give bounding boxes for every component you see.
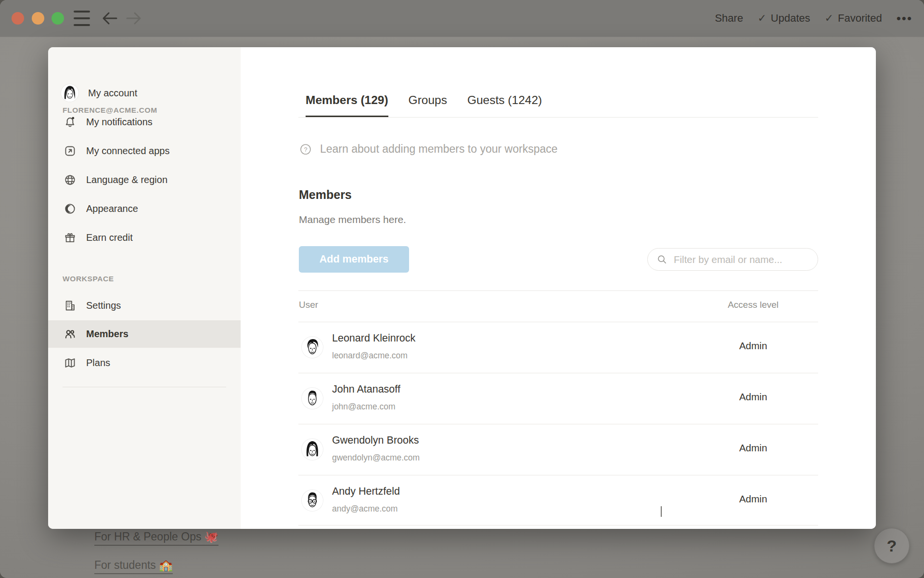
check-icon: ✓ (825, 12, 834, 25)
sidebar-divider (63, 387, 226, 387)
sidebar-item-label: Plans (86, 357, 110, 368)
access-level-select[interactable]: Admin (717, 442, 789, 454)
tab-members[interactable]: Members (129) (306, 93, 388, 118)
member-name: Gwendolyn Brooks (332, 434, 419, 447)
sidebar-item-label: Language & region (86, 174, 167, 185)
member-email: leonard@acme.com (332, 351, 408, 361)
more-options-icon[interactable]: ••• (897, 11, 912, 26)
share-button[interactable]: Share (715, 12, 743, 25)
access-level-select[interactable]: Admin (717, 391, 789, 403)
people-icon (64, 328, 77, 341)
sidebar-item-label: Settings (86, 300, 121, 311)
section-title: Members (299, 188, 352, 202)
member-name: Leonard Kleinrock (332, 332, 415, 344)
bg-link-hr-people-ops[interactable]: For HR & People Ops 🐙 (94, 530, 218, 546)
sidebar-item-members[interactable]: Members (48, 320, 241, 348)
bg-link-for-students[interactable]: For students 🏫 (94, 559, 173, 574)
building-icon (64, 299, 77, 312)
sidebar-item-label: My account (88, 88, 137, 99)
sidebar-item-language-region[interactable]: Language & region (48, 168, 241, 191)
sidebar-item-my-account[interactable]: My account (48, 81, 241, 105)
text-cursor-artifact (661, 506, 662, 517)
back-arrow-icon[interactable] (101, 0, 118, 37)
globe-icon (64, 173, 77, 186)
sidebar-item-earn-credit[interactable]: Earn credit (48, 226, 241, 249)
sidebar-item-label: Earn credit (86, 232, 133, 243)
sidebar-item-my-connected-apps[interactable]: My connected apps (48, 139, 241, 162)
filter-field[interactable] (647, 248, 818, 271)
filter-input[interactable] (673, 253, 813, 266)
gift-icon (64, 231, 77, 244)
member-name: John Atanasoff (332, 383, 400, 395)
member-row[interactable]: John Atanasoff john@acme.com Admin (298, 373, 818, 424)
bell-icon (64, 116, 77, 129)
avatar-leonard (302, 337, 323, 358)
column-header-user: User (299, 300, 318, 310)
section-subtitle: Manage members here. (299, 214, 406, 225)
row-divider (298, 525, 818, 525)
sidebar-item-appearance[interactable]: Appearance (48, 197, 241, 220)
search-icon (656, 254, 667, 265)
window-toolbar: Share ✓ Updates ✓ Favorited ••• (0, 0, 924, 37)
add-members-button[interactable]: Add members (299, 246, 409, 273)
settings-sidebar: FLORENCE@ACME.COM My account (48, 47, 241, 529)
access-level-select[interactable]: Admin (717, 340, 789, 352)
favorited-button[interactable]: ✓ Favorited (825, 12, 882, 25)
sidebar-item-label: Appearance (86, 203, 138, 214)
svg-text:?: ? (304, 146, 307, 153)
moon-icon (64, 202, 77, 215)
column-header-access: Access level (717, 300, 789, 310)
sidebar-item-label: My connected apps (86, 145, 169, 157)
forward-arrow-icon[interactable] (125, 0, 142, 37)
member-row[interactable]: Gwendolyn Brooks gwendolyn@acme.com Admi… (298, 424, 818, 475)
workspace-section-header: WORKSPACE (63, 275, 114, 283)
member-email: andy@acme.com (332, 504, 398, 514)
sidebar-item-label: Members (86, 328, 128, 340)
settings-modal: FLORENCE@ACME.COM My account (48, 47, 876, 529)
avatar-andy (302, 490, 323, 511)
connected-apps-icon (64, 144, 77, 158)
member-name: Andy Hertzfeld (332, 486, 400, 498)
traffic-light-close[interactable] (12, 12, 24, 25)
sidebar-toggle-icon[interactable] (74, 0, 90, 37)
tab-divider (298, 117, 818, 118)
tab-bar: Members (129) Groups Guests (1242) (306, 81, 542, 118)
avatar-gwendolyn (302, 439, 323, 460)
member-email: john@acme.com (332, 402, 396, 412)
map-icon (64, 356, 77, 369)
app-window: For HR & People Ops 🐙 For students 🏫 ? S… (0, 0, 924, 578)
help-button[interactable]: ? (874, 528, 910, 564)
tab-groups[interactable]: Groups (409, 93, 447, 118)
sidebar-item-label: My notifications (86, 117, 153, 128)
traffic-light-zoom[interactable] (51, 12, 64, 25)
member-email: gwendolyn@acme.com (332, 453, 420, 463)
learn-link[interactable]: ? Learn about adding members to your wor… (299, 143, 558, 156)
updates-button[interactable]: ✓ Updates (757, 12, 810, 25)
avatar-john (302, 388, 323, 409)
members-pane: Members (129) Groups Guests (1242) ? Lea… (241, 47, 876, 529)
avatar-florence (61, 84, 78, 102)
table-divider (298, 290, 818, 291)
check-icon: ✓ (757, 12, 766, 25)
member-row[interactable]: Andy Hertzfeld andy@acme.com Admin (298, 475, 818, 526)
sidebar-item-my-notifications[interactable]: My notifications (48, 110, 241, 133)
question-mark-icon: ? (887, 537, 897, 555)
member-row[interactable]: Leonard Kleinrock leonard@acme.com Admin (298, 322, 818, 373)
access-level-select[interactable]: Admin (717, 493, 789, 505)
help-circle-icon: ? (299, 143, 312, 156)
traffic-light-minimize[interactable] (32, 12, 44, 25)
sidebar-item-settings[interactable]: Settings (48, 294, 241, 317)
tab-guests[interactable]: Guests (1242) (467, 93, 542, 118)
sidebar-item-plans[interactable]: Plans (48, 351, 241, 374)
